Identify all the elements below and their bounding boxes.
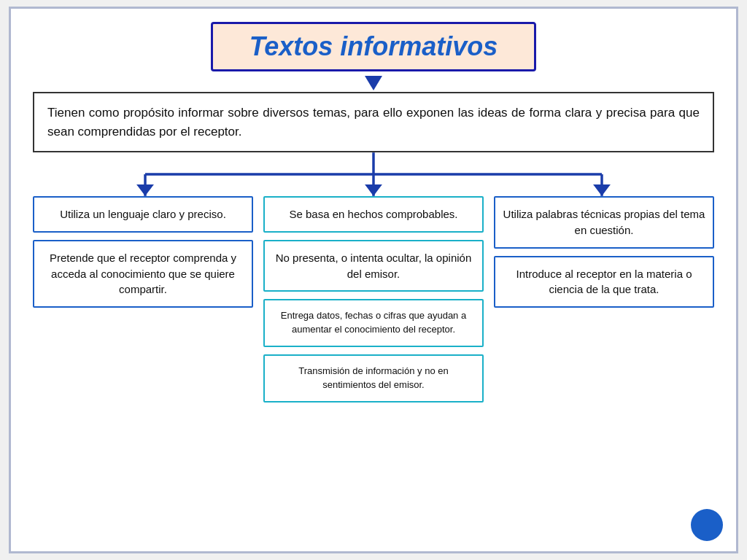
title-text: Textos informativos <box>249 31 498 61</box>
left-card-1: Utiliza un lenguaje claro y preciso. <box>33 196 253 233</box>
columns-container: Utiliza un lenguaje claro y preciso. Pre… <box>33 196 714 538</box>
connector-area <box>33 152 714 196</box>
center-card-3: Entrega datos, fechas o cifras que ayuda… <box>263 299 484 347</box>
right-card-2: Introduce al receptor en la materia o ci… <box>494 256 714 308</box>
svg-marker-5 <box>136 184 154 196</box>
description-text: Tienen como propósito informar sobre div… <box>47 106 700 139</box>
left-card-2: Pretende que el receptor comprenda y acc… <box>33 240 253 308</box>
title-box: Textos informativos <box>211 22 537 71</box>
description-box: Tienen como propósito informar sobre div… <box>33 92 714 152</box>
center-column: Se basa en hechos comprobables. No prese… <box>263 196 484 538</box>
center-card-4: Transmisión de información y no en senti… <box>263 354 484 402</box>
title-arrow <box>365 76 382 90</box>
decorative-circle <box>691 509 723 541</box>
center-card-2: No presenta, o intenta ocultar, la opini… <box>263 240 484 292</box>
left-column: Utiliza un lenguaje claro y preciso. Pre… <box>33 196 253 538</box>
svg-marker-7 <box>593 184 611 196</box>
svg-marker-6 <box>365 184 382 196</box>
right-card-1: Utiliza palabras técnicas propias del te… <box>494 196 714 249</box>
slide: Textos informativos Tienen como propósit… <box>9 7 738 553</box>
center-card-1: Se basa en hechos comprobables. <box>263 196 484 233</box>
right-column: Utiliza palabras técnicas propias del te… <box>494 196 714 538</box>
connector-svg <box>33 152 714 196</box>
